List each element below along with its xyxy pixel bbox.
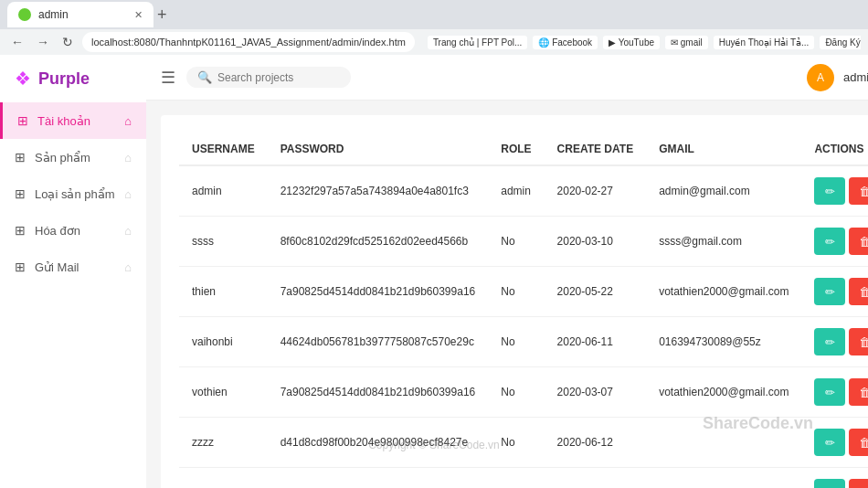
- cell-role: No: [488, 367, 544, 418]
- loai-san-pham-label: Loại sản phẩm: [35, 187, 115, 201]
- sidebar-item-tai-khoan[interactable]: ⊞ Tài khoản ⌂: [0, 102, 146, 139]
- cell-gmail: votathien2000@gmail.com: [646, 267, 801, 317]
- cell-password: 21232f297a57a5a743894a0e4a801fc3: [268, 165, 489, 217]
- table-row: admin 21232f297a57a5a743894a0e4a801fc3 a…: [179, 165, 868, 217]
- address-bar[interactable]: localhost:8080/ThanhntpK01161_JAVA5_Assi…: [82, 32, 415, 52]
- cell-actions: ✏ 🗑: [801, 267, 868, 317]
- home-icon-tai-khoan: ⌂: [124, 114, 132, 128]
- edit-button[interactable]: ✏: [814, 429, 845, 456]
- delete-button[interactable]: 🗑: [849, 228, 868, 255]
- cell-actions: ✏ 🗑: [801, 468, 868, 489]
- tab-title: admin: [38, 8, 69, 21]
- cell-password: 8f60c8102d29fcd525162d02eed4566b: [268, 217, 489, 267]
- browser-tab[interactable]: admin ✕: [7, 2, 153, 27]
- cell-role: No: [488, 217, 544, 267]
- col-role: ROLE: [488, 133, 544, 165]
- search-input[interactable]: [217, 71, 336, 84]
- san-pham-label: Sản phẩm: [35, 151, 90, 164]
- topbar: ☰ 🔍 A admin ▾ ⤢: [146, 55, 868, 101]
- bookmark-gmail[interactable]: ✉ gmail: [665, 36, 708, 49]
- topbar-right: A admin ▾ ⤢: [807, 64, 868, 91]
- tab-favicon: [18, 8, 31, 21]
- cell-username: thien: [179, 267, 268, 317]
- cell-role: admin: [488, 165, 544, 217]
- cell-create-date: 2020-06-12: [545, 468, 647, 489]
- cell-actions: ✏ 🗑: [801, 317, 868, 367]
- tai-khoan-label: Tài khoản: [37, 114, 90, 128]
- gui-mail-label: Gửi Mail: [35, 260, 79, 274]
- new-tab-button[interactable]: +: [157, 5, 167, 25]
- delete-button[interactable]: 🗑: [849, 479, 868, 488]
- cell-password: d41d8cd98f00b204e9800998ecf8427e: [268, 468, 489, 489]
- sidebar-item-gui-mail[interactable]: ⊞ Gửi Mail ⌂: [0, 249, 146, 285]
- bookmark-facebook[interactable]: 🌐 Facebook: [533, 36, 598, 49]
- cell-role: No: [488, 418, 544, 468]
- back-button[interactable]: ←: [7, 35, 27, 49]
- cell-role: No: [488, 267, 544, 317]
- cell-username: admin: [179, 165, 268, 217]
- refresh-button[interactable]: ↻: [58, 35, 77, 49]
- gui-mail-icon: ⊞: [15, 260, 26, 274]
- search-bar[interactable]: 🔍: [186, 67, 351, 88]
- cell-create-date: 2020-06-12: [545, 418, 647, 468]
- cell-gmail: 016394730089@55z: [646, 317, 801, 367]
- col-create-date: CREATE DATE: [545, 133, 647, 165]
- cell-create-date: 2020-05-22: [545, 267, 647, 317]
- sidebar-item-san-pham[interactable]: ⊞ Sản phẩm ⌂: [0, 139, 146, 175]
- loai-san-pham-icon: ⊞: [15, 186, 26, 201]
- sidebar-nav: ⊞ Tài khoản ⌂ ⊞ Sản phẩm ⌂ ⊞ Loại sản ph…: [0, 102, 146, 285]
- logo-text: Purple: [38, 69, 90, 89]
- search-icon: 🔍: [197, 70, 212, 84]
- col-gmail: GMAIL: [646, 133, 801, 165]
- tai-khoan-icon: ⊞: [17, 113, 28, 128]
- home-icon-san-pham: ⌂: [124, 151, 132, 164]
- cell-gmail: votathien2000@gmail.com: [646, 367, 801, 418]
- forward-button[interactable]: →: [33, 35, 53, 49]
- delete-button[interactable]: 🗑: [849, 328, 868, 355]
- cell-password: d41d8cd98f00b204e9800998ecf8427e: [268, 418, 489, 468]
- bookmark-item[interactable]: Trang chủ | FPT Pol...: [428, 36, 528, 49]
- col-username: USERNAME: [179, 133, 268, 165]
- menu-toggle-button[interactable]: ☰: [161, 68, 175, 88]
- san-pham-icon: ⊞: [15, 150, 26, 164]
- bookmark-youtube[interactable]: ▶ YouTube: [603, 36, 660, 49]
- cell-create-date: 2020-03-10: [545, 217, 647, 267]
- edit-button[interactable]: ✏: [814, 177, 845, 205]
- edit-button[interactable]: ✏: [814, 378, 845, 406]
- home-icon-loai: ⌂: [124, 187, 132, 201]
- edit-button[interactable]: ✏: [814, 328, 845, 355]
- url-text: localhost:8080/ThanhntpK01161_JAVA5_Assi…: [91, 37, 406, 48]
- bookmark-huyen-thoai[interactable]: Huyền Thoại Hải Tả...: [714, 36, 815, 49]
- cell-role: No: [488, 317, 544, 367]
- cell-username: ssss: [179, 217, 268, 267]
- table-row: thien 7a90825d4514dd0841b21d9b60399a16 N…: [179, 267, 868, 317]
- edit-button[interactable]: ✏: [814, 479, 845, 488]
- cell-password: 7a90825d4514dd0841b21d9b60399a16: [268, 367, 489, 418]
- table-row: vaihonbi 44624db056781b3977758087c570e29…: [179, 317, 868, 367]
- delete-button[interactable]: 🗑: [849, 177, 868, 205]
- bookmarks-bar: Trang chủ | FPT Pol... 🌐 Facebook ▶ YouT…: [428, 36, 861, 49]
- sidebar-item-loai-san-pham[interactable]: ⊞ Loại sản phẩm ⌂: [0, 175, 146, 212]
- cell-username: vothien: [179, 367, 268, 418]
- delete-button[interactable]: 🗑: [849, 429, 868, 456]
- sidebar-item-hoa-don[interactable]: ⊞ Hóa đơn ⌂: [0, 212, 146, 249]
- edit-button[interactable]: ✏: [814, 228, 845, 255]
- delete-button[interactable]: 🗑: [849, 378, 868, 406]
- main-content: USERNAME PASSWORD ROLE CREATE DATE GMAIL…: [146, 101, 868, 488]
- cell-actions: ✏ 🗑: [801, 367, 868, 418]
- table-row: zzzz d41d8cd98f00b204e9800998ecf8427e No…: [179, 418, 868, 468]
- logo-icon: ❖: [15, 68, 31, 90]
- table-row: vothien 7a90825d4514dd0841b21d9b60399a16…: [179, 367, 868, 418]
- table-container: USERNAME PASSWORD ROLE CREATE DATE GMAIL…: [161, 115, 868, 488]
- bookmark-dang-ky[interactable]: Đăng Ký Liên Thôn...: [820, 36, 861, 49]
- cell-create-date: 2020-06-11: [545, 317, 647, 367]
- delete-button[interactable]: 🗑: [849, 278, 868, 305]
- tab-close-button[interactable]: ✕: [134, 9, 143, 21]
- cell-actions: ✏ 🗑: [801, 165, 868, 217]
- cell-gmail: [646, 418, 801, 468]
- admin-label: admin: [843, 70, 868, 84]
- edit-button[interactable]: ✏: [814, 278, 845, 305]
- cell-create-date: 2020-03-07: [545, 367, 647, 418]
- cell-gmail: ssss@gmail.com: [646, 217, 801, 267]
- cell-username: zzzzz: [179, 468, 268, 489]
